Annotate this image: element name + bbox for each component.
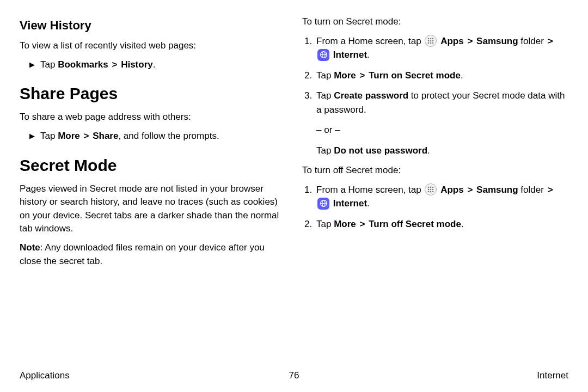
bold-text: Apps	[440, 185, 464, 195]
svg-point-7	[430, 42, 432, 44]
bold-text: Internet	[333, 198, 367, 209]
bold-text: More	[334, 70, 356, 81]
bold-text: Create password	[334, 90, 408, 101]
text: Tap	[316, 90, 334, 101]
share-pages-step: ▶ Tap More > Share, and follow the promp…	[20, 130, 286, 143]
internet-icon	[317, 198, 329, 210]
svg-point-8	[432, 42, 434, 44]
bold-text: More	[334, 219, 356, 229]
svg-point-15	[428, 189, 430, 191]
step-number: 1.	[304, 183, 316, 197]
share-pages-intro: To share a web page address with others:	[20, 111, 286, 124]
text: Tap	[316, 70, 334, 81]
secret-mode-para: Pages viewed in Secret mode are not list…	[20, 182, 286, 236]
text: From a Home screen, tap	[316, 185, 424, 195]
bold-text: Share	[93, 131, 118, 141]
text: , and follow the prompts.	[118, 131, 219, 141]
off-step-2: 2. Tap More > Turn off Secret mode.	[302, 217, 568, 231]
internet-icon	[317, 49, 329, 61]
text: Tap	[40, 131, 58, 141]
on-step-1: 1. From a Home screen, tap Apps > Samsun…	[302, 34, 568, 62]
bold-text: Bookmarks	[58, 59, 108, 70]
step-number: 2.	[304, 217, 316, 231]
play-icon: ▶	[29, 131, 35, 142]
bold-text: Do not use password	[334, 145, 427, 156]
apps-icon	[425, 183, 437, 195]
turn-on-intro: To turn on Secret mode:	[302, 15, 568, 29]
step-number: 2.	[304, 69, 316, 83]
svg-point-17	[432, 189, 434, 191]
separator-icon: >	[466, 36, 474, 46]
svg-point-6	[428, 42, 430, 44]
heading-secret-mode: Secret Mode	[20, 156, 286, 175]
footer-page-number: 76	[289, 370, 299, 381]
step-text: Tap Bookmarks > History.	[40, 58, 155, 72]
footer-section: Applications	[20, 370, 70, 381]
text: .	[153, 59, 156, 70]
separator-icon: >	[547, 185, 554, 195]
svg-point-20	[432, 191, 434, 193]
svg-point-19	[430, 191, 432, 193]
svg-point-4	[430, 40, 432, 42]
separator-icon: >	[466, 185, 474, 195]
text: .	[461, 70, 463, 81]
note-body: : Any downloaded files remain on your de…	[20, 242, 265, 266]
alt-step: Tap Do not use password.	[302, 144, 568, 158]
right-column: To turn on Secret mode: 1. From a Home s…	[302, 15, 568, 273]
bold-text: Samsung	[476, 36, 518, 46]
play-icon: ▶	[29, 60, 35, 70]
text: .	[461, 219, 464, 229]
svg-point-5	[432, 40, 434, 42]
secret-mode-note: Note: Any downloaded files remain on you…	[20, 241, 286, 268]
left-column: View History To view a list of recently …	[20, 15, 286, 273]
text: From a Home screen, tap	[316, 36, 424, 46]
or-separator: – or –	[302, 123, 568, 137]
bold-text: Turn off Secret mode	[369, 219, 461, 229]
step-text: From a Home screen, tap Apps > Samsung f…	[316, 34, 568, 62]
svg-point-18	[428, 191, 430, 193]
step-text: From a Home screen, tap Apps > Samsung f…	[316, 183, 568, 211]
text: .	[367, 198, 370, 209]
text: folder	[518, 185, 547, 195]
heading-view-history: View History	[20, 19, 286, 33]
separator-icon: >	[359, 219, 366, 229]
text: Tap	[40, 59, 58, 70]
svg-point-3	[428, 40, 430, 42]
view-history-intro: To view a list of recently visited web p…	[20, 39, 286, 53]
svg-point-14	[432, 187, 434, 188]
step-text: Tap More > Turn on Secret mode.	[316, 69, 568, 83]
bold-text: Turn on Secret mode	[369, 70, 461, 81]
separator-icon: >	[83, 131, 90, 141]
svg-point-1	[430, 38, 432, 40]
step-text: Tap More > Share, and follow the prompts…	[40, 130, 219, 143]
bold-text: Samsung	[476, 185, 518, 195]
svg-point-2	[432, 38, 434, 40]
separator-icon: >	[359, 70, 366, 81]
view-history-step: ▶ Tap Bookmarks > History.	[20, 58, 286, 72]
separator-icon: >	[111, 59, 118, 70]
text: .	[367, 50, 370, 60]
svg-point-12	[428, 187, 430, 188]
footer-topic: Internet	[537, 370, 568, 381]
text: Tap	[316, 219, 334, 229]
step-text: Tap More > Turn off Secret mode.	[316, 217, 568, 231]
step-number: 3.	[304, 89, 316, 103]
bold-text: Apps	[440, 36, 464, 46]
turn-off-intro: To turn off Secret mode:	[302, 164, 568, 177]
on-step-3: 3. Tap Create password to protect your S…	[302, 89, 568, 117]
on-step-2: 2. Tap More > Turn on Secret mode.	[302, 69, 568, 83]
bold-text: More	[58, 131, 80, 141]
svg-point-16	[430, 189, 432, 191]
bold-text: History	[121, 59, 153, 70]
svg-point-0	[428, 38, 430, 40]
manual-page: View History To view a list of recently …	[0, 0, 588, 273]
step-text: Tap Create password to protect your Secr…	[316, 89, 568, 117]
bold-text: Internet	[333, 50, 367, 60]
text: Tap	[316, 145, 334, 156]
note-label: Note	[20, 242, 40, 253]
off-step-1: 1. From a Home screen, tap Apps > Samsun…	[302, 183, 568, 211]
heading-share-pages: Share Pages	[20, 84, 286, 103]
svg-point-13	[430, 187, 432, 188]
separator-icon: >	[547, 36, 554, 46]
page-footer: Applications 76 Internet	[20, 370, 568, 381]
